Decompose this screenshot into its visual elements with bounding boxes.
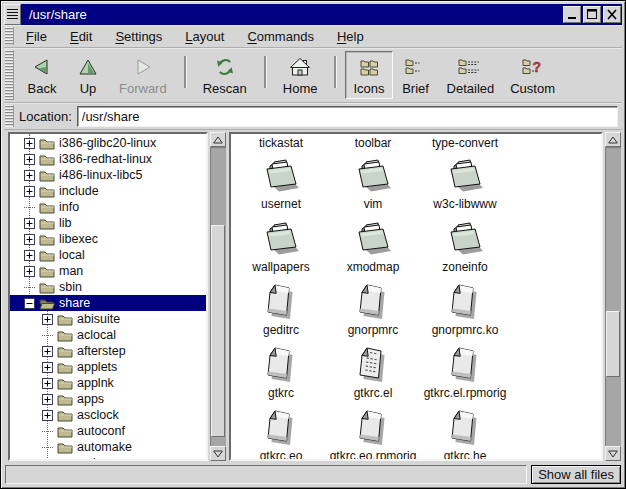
menu-item-commands[interactable]: Commands [240,27,320,46]
minimize-button[interactable] [563,6,581,23]
file-item-label: zoneinfo [442,260,487,274]
tree-item-asclock[interactable]: asclock [10,407,206,423]
file-label-tickastat[interactable]: tickastat [235,136,327,150]
expander-plus-icon[interactable] [24,234,35,245]
expander-plus-icon[interactable] [24,170,35,181]
tree-item-sbin[interactable]: sbin [10,279,206,295]
toolbar-button-up[interactable]: Up [65,51,111,99]
toolbar-separator [334,56,336,88]
tree-item-applets[interactable]: applets [10,359,206,375]
toolbar-separator [184,56,186,88]
file-item-gtkrc-eo-rpmorig[interactable]: gtkrc.eo.rpmorig [327,403,419,461]
icon-scroll-up-button[interactable] [605,132,621,147]
toolbar-button-forward[interactable]: Forward [111,51,175,99]
tree-scroll-up-button[interactable] [210,132,226,147]
file-label-type-convert[interactable]: type-convert [419,136,511,150]
tree-scroll-thumb[interactable] [211,225,225,437]
close-button[interactable] [603,6,621,23]
toolbar-button-home[interactable]: Home [275,51,326,99]
directory-tree-panel: i386-glibc20-linux i386-redhat-linux i48… [8,132,208,461]
tree-item-applnk[interactable]: applnk [10,375,206,391]
toolbar-button-back[interactable]: Back [19,51,65,99]
window-menu-button[interactable] [4,4,21,25]
show-all-files-button[interactable]: Show all files [531,465,621,484]
file-item-gnorpmrc[interactable]: gnorpmrc [327,277,419,340]
tree-item-i386-redhat-linux[interactable]: i386-redhat-linux [10,151,206,167]
tree-leaf-connector [42,431,53,432]
expander-plus-icon[interactable] [24,138,35,149]
expander-plus-icon[interactable] [42,346,53,357]
file-item-vim[interactable]: vim [327,151,419,214]
icon-panel-scrollbar[interactable] [605,132,621,461]
tree-item-afterstep[interactable]: afterstep [10,343,206,359]
tree-item-include[interactable]: include [10,183,206,199]
tree-item-autoconf[interactable]: autoconf [10,423,206,439]
tree-item-label: afterstep [77,344,126,358]
menu-item-edit[interactable]: Edit [63,27,99,46]
file-item-gtkrc-el[interactable]: gtkrc.el [327,340,419,403]
file-item-gnorpmrc-ko[interactable]: gnorpmrc.ko [419,277,511,340]
file-item-geditrc[interactable]: geditrc [235,277,327,340]
expander-plus-icon[interactable] [42,362,53,373]
toolbar-button-label: Custom [510,81,555,96]
toolbar-button-rescan[interactable]: Rescan [195,51,255,99]
expander-plus-icon[interactable] [24,218,35,229]
file-item-wallpapers[interactable]: wallpapers [235,214,327,277]
toolbar-button-icons[interactable]: Icons [345,51,392,99]
file-label-toolbar[interactable]: toolbar [327,136,419,150]
expander-plus-icon[interactable] [42,378,53,389]
expander-plus-icon[interactable] [42,314,53,325]
file-item-gtkrc[interactable]: gtkrc [235,340,327,403]
folder-icon [57,441,73,454]
tree-item-libexec[interactable]: libexec [10,231,206,247]
expander-plus-icon[interactable] [42,394,53,405]
tree-item-local[interactable]: local [10,247,206,263]
file-item-gtkrc-he[interactable]: gtkrc.he [419,403,511,461]
expander-plus-icon[interactable] [24,250,35,261]
menu-item-help[interactable]: Help [330,27,371,46]
location-input[interactable] [77,106,618,127]
toolbar-button-detailed[interactable]: Detailed [439,51,503,99]
expander-plus-icon[interactable] [24,186,35,197]
file-item-label: w3c-libwww [433,197,496,211]
tree-item-label: applnk [77,376,114,390]
toolbar-button-custom[interactable]: ? Custom [502,51,563,99]
menu-item-file[interactable]: File [19,27,54,46]
file-item-xmodmap[interactable]: xmodmap [327,214,419,277]
tree-item-share[interactable]: share [10,295,206,311]
file-item-gtkrc-eo[interactable]: gtkrc.eo [235,403,327,461]
file-item-zoneinfo[interactable]: zoneinfo [419,214,511,277]
tree-item-i486-linux-libc5[interactable]: i486-linux-libc5 [10,167,206,183]
tree-item-apps[interactable]: apps [10,391,206,407]
icon-scroll-thumb[interactable] [606,311,620,377]
file-item-gtkrc-el-rpmorig[interactable]: gtkrc.el.rpmorig [419,340,511,403]
menubar-grip[interactable] [5,27,14,45]
tree-item-man[interactable]: man [10,263,206,279]
file-item-usernet[interactable]: usernet [235,151,327,214]
maximize-button[interactable] [583,6,601,23]
tree-item-info[interactable]: info [10,199,206,215]
tree-scroll-down-button[interactable] [210,446,226,461]
location-bar-grip[interactable] [5,105,14,127]
toolbar-button-brief[interactable]: Brief [393,51,439,99]
expander-plus-icon[interactable] [42,410,53,421]
tree-item-abisuite[interactable]: abisuite [10,311,206,327]
tree-item-aclocal[interactable]: aclocal [10,327,206,343]
icon-scroll-down-button[interactable] [605,446,621,461]
expander-plus-icon[interactable] [24,154,35,165]
tree-item-label: i486-linux-libc5 [59,168,142,182]
tree-scroll-trough[interactable] [210,147,226,446]
tree-scrollbar[interactable] [210,132,226,461]
icon-scroll-trough[interactable] [605,147,621,446]
tree-item-i386-glibc20-linux[interactable]: i386-glibc20-linux [10,135,206,151]
tree-item-automake[interactable]: automake [10,439,206,455]
menu-item-settings[interactable]: Settings [108,27,169,46]
toolbar-grip[interactable] [5,50,14,100]
tree-item-awk[interactable]: awk [10,455,206,461]
toolbar-button-label: Back [28,81,57,96]
tree-item-lib[interactable]: lib [10,215,206,231]
expander-plus-icon[interactable] [24,266,35,277]
expander-minus-icon[interactable] [24,298,35,309]
menu-item-layout[interactable]: Layout [178,27,231,46]
file-item-w3c-libwww[interactable]: w3c-libwww [419,151,511,214]
